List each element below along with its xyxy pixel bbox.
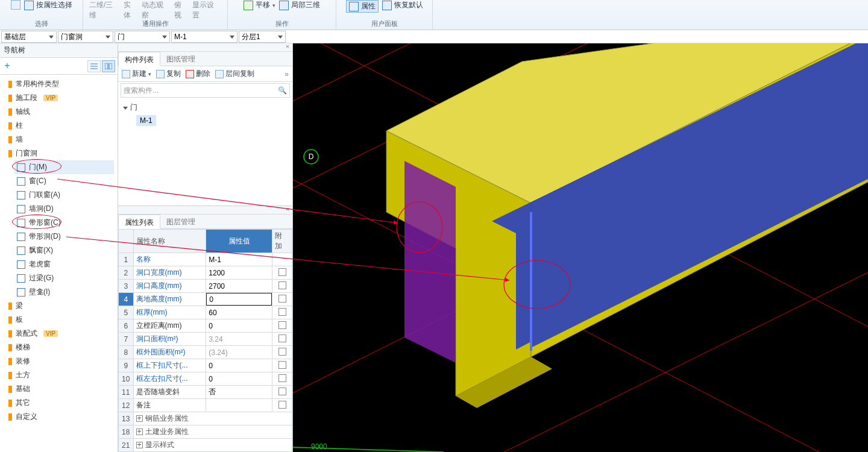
property-extra-checkbox[interactable] xyxy=(272,280,292,293)
pan-tool[interactable]: 平移▾ xyxy=(244,0,275,10)
tree-item-other[interactable]: 其它 xyxy=(4,396,114,410)
property-group-label[interactable]: +土建业务属性 xyxy=(133,425,292,439)
dd-component[interactable]: M-1 xyxy=(171,31,237,43)
property-value[interactable]: 60 xyxy=(206,306,272,319)
tree-item-beam[interactable]: 梁 xyxy=(4,299,114,313)
property-value[interactable]: 3.24 xyxy=(206,333,272,346)
property-row[interactable]: 1名称M-1 xyxy=(119,253,292,266)
property-row[interactable]: 3洞口高度(mm)2700 xyxy=(119,280,292,293)
tab-layer-mgmt[interactable]: 图层管理 xyxy=(160,215,201,228)
component-tree-item[interactable]: M-1 xyxy=(136,115,156,126)
tab-property-list[interactable]: 属性列表 xyxy=(118,215,160,229)
add-icon[interactable]: + xyxy=(2,61,12,71)
door-child-item[interactable]: 老虎窗 xyxy=(14,257,114,271)
tree-item-column[interactable]: 柱 xyxy=(4,119,114,133)
layer-copy-button[interactable]: 层间复制 xyxy=(215,69,254,79)
door-child-item[interactable]: 带形窗(C) xyxy=(14,216,114,230)
dd-layer[interactable]: 分层1 xyxy=(239,31,286,43)
property-group-row[interactable]: 21+显示样式 xyxy=(119,439,292,452)
dd-floor[interactable]: 基础层 xyxy=(1,31,57,43)
dd-category[interactable]: 门窗洞 xyxy=(58,31,113,43)
property-value[interactable]: 2700 xyxy=(206,280,272,293)
property-row[interactable]: 10框左右扣尺寸(...0 xyxy=(119,372,292,386)
tree-item-earthwork[interactable]: 土方 xyxy=(4,368,114,382)
more-icon[interactable]: » xyxy=(285,70,289,78)
property-extra-checkbox[interactable] xyxy=(272,319,292,333)
local-3d[interactable]: 局部三维 xyxy=(279,0,320,10)
door-child-item[interactable]: 壁龛(I) xyxy=(14,285,114,299)
property-value[interactable] xyxy=(206,399,272,412)
property-value[interactable]: 0 xyxy=(206,372,272,386)
property-value-input[interactable] xyxy=(206,293,272,306)
property-extra-checkbox[interactable] xyxy=(272,306,292,319)
tree-item-finish[interactable]: 装修 xyxy=(4,354,114,368)
door-child-item[interactable]: 过梁(G) xyxy=(14,271,114,285)
property-extra-checkbox[interactable] xyxy=(272,293,292,306)
property-group-row[interactable]: 18+土建业务属性 xyxy=(119,425,292,439)
tree-item-axis[interactable]: 轴线 xyxy=(4,105,114,119)
tree-item-common[interactable]: 常用构件类型 xyxy=(4,77,114,91)
door-child-item[interactable]: 门联窗(A) xyxy=(14,188,114,202)
close-icon[interactable]: × xyxy=(284,206,291,213)
restore-default[interactable]: 恢复默认 xyxy=(382,0,423,10)
tab-component-list[interactable]: 构件列表 xyxy=(118,52,160,66)
property-value[interactable]: M-1 xyxy=(206,253,272,266)
tree-item-custom[interactable]: 自定义 xyxy=(4,410,114,424)
property-extra-checkbox[interactable] xyxy=(272,386,292,399)
property-extra-checkbox[interactable] xyxy=(272,372,292,386)
select-tool[interactable] xyxy=(11,0,20,10)
property-row[interactable]: 7洞口面积(m²)3.24 xyxy=(119,333,292,346)
door-child-item[interactable]: 墙洞(D) xyxy=(14,202,114,216)
view-entity[interactable]: 实体 xyxy=(124,0,138,20)
property-extra-checkbox[interactable] xyxy=(272,333,292,346)
property-row[interactable]: 8框外围面积(m²)(3.24) xyxy=(119,346,292,359)
property-extra-checkbox[interactable] xyxy=(272,346,292,359)
door-child-item[interactable]: 窗(C) xyxy=(14,174,114,188)
door-child-item[interactable]: 带形洞(D) xyxy=(14,230,114,243)
property-extra-checkbox[interactable] xyxy=(272,359,292,372)
tab-drawing-mgmt[interactable]: 图纸管理 xyxy=(160,52,201,66)
property-value[interactable]: 0 xyxy=(206,359,272,372)
property-group-label[interactable]: +钢筋业务属性 xyxy=(133,412,292,425)
new-button[interactable]: 新建▾ xyxy=(122,69,151,79)
tree-item-wall[interactable]: 墙 xyxy=(4,133,114,146)
search-input[interactable]: 搜索构件... 🔍 xyxy=(121,83,290,98)
property-panel-toggle[interactable]: 属性 xyxy=(346,0,379,13)
view-2d3d[interactable]: 二维/三维 xyxy=(89,0,120,20)
view-display[interactable]: 显示设置 xyxy=(192,0,221,20)
tree-item-stair[interactable]: 楼梯 xyxy=(4,341,114,354)
property-value[interactable]: 否 xyxy=(206,386,272,399)
tree-item-construction[interactable]: 施工段VIP xyxy=(4,91,114,105)
property-row[interactable]: 4离地高度(mm) xyxy=(119,293,292,306)
property-row[interactable]: 2洞口宽度(mm)1200 xyxy=(119,266,292,280)
dd-type[interactable]: 门 xyxy=(115,31,170,43)
view-mode-list[interactable] xyxy=(87,60,101,72)
property-extra-checkbox[interactable] xyxy=(272,266,292,280)
copy-button[interactable]: 复制 xyxy=(156,69,181,79)
property-row[interactable]: 9框上下扣尺寸(...0 xyxy=(119,359,292,372)
view-mode-tree[interactable] xyxy=(102,60,115,72)
property-extra-checkbox[interactable] xyxy=(272,253,292,266)
tree-item-prefab[interactable]: 装配式VIP xyxy=(4,327,114,341)
door-child-item[interactable]: 门(M) xyxy=(14,160,114,174)
property-row[interactable]: 5框厚(mm)60 xyxy=(119,306,292,319)
view-top[interactable]: 俯视 xyxy=(174,0,189,20)
property-value[interactable]: 1200 xyxy=(206,266,272,280)
view-orbit[interactable]: 动态观察 xyxy=(142,0,171,20)
close-icon[interactable]: × xyxy=(284,43,291,51)
tree-item-foundation[interactable]: 基础 xyxy=(4,382,114,396)
select-by-property[interactable]: 按属性选择 xyxy=(24,0,72,10)
3d-viewport[interactable]: D 9000 xyxy=(293,43,868,452)
door-child-item[interactable]: 飘窗(X) xyxy=(14,243,114,257)
property-group-row[interactable]: 13+钢筋业务属性 xyxy=(119,412,292,425)
delete-button[interactable]: 删除 xyxy=(186,69,210,79)
property-group-label[interactable]: +显示样式 xyxy=(133,439,292,452)
property-extra-checkbox[interactable] xyxy=(272,399,292,412)
property-value[interactable] xyxy=(206,293,272,306)
property-value[interactable]: 0 xyxy=(206,319,272,333)
tree-item-door-window[interactable]: 门窗洞 xyxy=(4,146,114,160)
property-value[interactable]: (3.24) xyxy=(206,346,272,359)
property-row[interactable]: 6立樘距离(mm)0 xyxy=(119,319,292,333)
component-tree-root[interactable]: 门 xyxy=(123,102,288,113)
property-row[interactable]: 12备注 xyxy=(119,399,292,412)
